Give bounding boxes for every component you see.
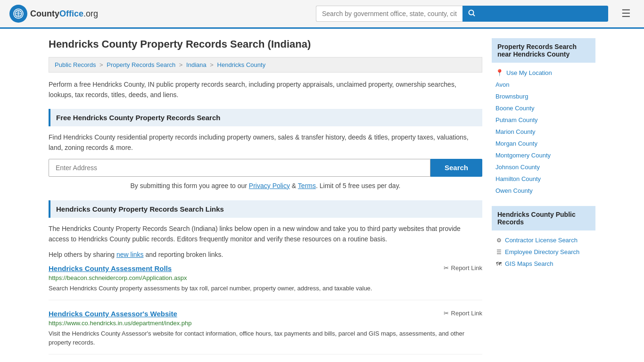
report-link-button-2[interactable]: ✂ Report Link <box>444 310 482 317</box>
sidebar-contractor-license: ⚙ Contractor License Search <box>492 234 595 246</box>
report-link-button-1[interactable]: ✂ Report Link <box>444 264 482 272</box>
link-item-1: Hendricks County Assessment Rolls ✂ Repo… <box>49 264 482 300</box>
sidebar-link-owen-county: Owen County <box>492 185 595 197</box>
site-logo[interactable]: CountyOffice.org <box>9 5 98 23</box>
site-header: CountyOffice.org ☰ <box>0 0 644 29</box>
gis-maps-link[interactable]: GIS Maps Search <box>505 260 553 267</box>
main-container: Hendricks County Property Records Search… <box>39 29 605 362</box>
report-link-label-2: Report Link <box>451 310 482 317</box>
sidebar-public-records-section: Hendricks County Public Records ⚙ Contra… <box>492 206 595 270</box>
report-link-icon-1: ✂ <box>444 264 449 272</box>
breadcrumb-hendricks-county[interactable]: Hendricks County <box>217 61 266 68</box>
privacy-policy-link[interactable]: Privacy Policy <box>249 182 290 189</box>
free-search-header: Free Hendricks County Property Records S… <box>49 109 482 126</box>
breadcrumb-sep-1: > <box>99 61 103 68</box>
link-item-header-1: Hendricks County Assessment Rolls ✂ Repo… <box>49 264 482 272</box>
employee-directory-link[interactable]: Employee Directory Search <box>505 248 579 255</box>
breadcrumb-property-records[interactable]: Property Records Search <box>107 61 175 68</box>
free-search-section: Free Hendricks County Property Records S… <box>49 109 482 191</box>
form-disclaimer: By submitting this form you agree to our… <box>49 181 482 191</box>
header-search-input[interactable] <box>316 6 462 22</box>
links-section-header: Hendricks County Property Records Search… <box>49 200 482 218</box>
sidebar-link-marion-county-anchor[interactable]: Marion County <box>495 128 536 135</box>
sidebar-link-boone-county-anchor[interactable]: Boone County <box>495 105 534 112</box>
sidebar-link-montgomery-county: Montgomery County <box>492 149 595 161</box>
sidebar-link-johnson-county: Johnson County <box>492 161 595 173</box>
sidebar-link-brownsburg: Brownsburg <box>492 90 595 102</box>
sidebar-link-brownsburg-anchor[interactable]: Brownsburg <box>495 93 528 100</box>
sidebar-link-putnam-county-anchor[interactable]: Putnam County <box>495 116 538 123</box>
header-search-button[interactable] <box>462 6 609 22</box>
sidebar-link-avon-anchor[interactable]: Avon <box>495 81 509 88</box>
sidebar-link-morgan-county-anchor[interactable]: Morgan County <box>495 140 537 147</box>
sidebar-link-hamilton-county-anchor[interactable]: Hamilton County <box>495 175 541 182</box>
sidebar: Property Records Search near Hendricks C… <box>492 38 595 362</box>
use-my-location-link[interactable]: Use My Location <box>506 69 552 76</box>
links-section: Hendricks County Property Records Search… <box>49 200 482 354</box>
header-search-wrapper <box>316 6 608 22</box>
breadcrumb: Public Records > Property Records Search… <box>49 57 482 73</box>
links-section-desc: The Hendricks County Property Records Se… <box>49 223 482 245</box>
report-link-label-1: Report Link <box>451 264 482 272</box>
breadcrumb-sep-2: > <box>179 61 183 68</box>
address-input[interactable] <box>49 159 430 177</box>
contractor-license-link[interactable]: Contractor License Search <box>505 237 578 244</box>
sidebar-employee-directory: ☰ Employee Directory Search <box>492 246 595 258</box>
link-item-2: Hendricks County Assessor's Website ✂ Re… <box>49 310 482 354</box>
link-desc-2: Visit the Hendricks County Assessor's we… <box>49 329 482 347</box>
sidebar-link-putnam-county: Putnam County <box>492 114 595 126</box>
link-url-1: https://beacon.schneidercorp.com/Applica… <box>49 274 482 281</box>
sidebar-public-records-header: Hendricks County Public Records <box>492 206 595 230</box>
sidebar-nearby-header: Property Records Search near Hendricks C… <box>492 38 595 63</box>
link-item-title-anchor-1[interactable]: Hendricks County Assessment Rolls <box>49 264 172 272</box>
sidebar-link-owen-county-anchor[interactable]: Owen County <box>495 187 533 194</box>
list-icon: ☰ <box>495 249 502 255</box>
free-search-desc: Find Hendricks County residential proper… <box>49 132 482 153</box>
page-title: Hendricks County Property Records Search… <box>49 38 482 50</box>
sidebar-link-morgan-county: Morgan County <box>492 138 595 149</box>
hamburger-menu-button[interactable]: ☰ <box>618 6 635 22</box>
address-search-row: Search <box>49 159 482 177</box>
link-item-title-anchor-2[interactable]: Hendricks County Assessor's Website <box>49 310 177 318</box>
sharing-line: Help others by sharing new links and rep… <box>49 249 482 260</box>
sidebar-gis-maps: 🗺 GIS Maps Search <box>492 258 595 270</box>
sidebar-link-johnson-county-anchor[interactable]: Johnson County <box>495 164 540 171</box>
sidebar-nearby-section: Property Records Search near Hendricks C… <box>492 38 595 197</box>
new-links-link[interactable]: new links <box>116 251 144 258</box>
logo-icon <box>9 5 27 23</box>
sidebar-use-my-location[interactable]: 📍 Use My Location <box>492 66 595 79</box>
sidebar-link-boone-county: Boone County <box>492 102 595 114</box>
logo-text: CountyOffice.org <box>30 9 98 19</box>
link-item-title-1: Hendricks County Assessment Rolls <box>49 264 172 272</box>
link-item-header-2: Hendricks County Assessor's Website ✂ Re… <box>49 310 482 318</box>
sidebar-link-hamilton-county: Hamilton County <box>492 173 595 185</box>
svg-line-4 <box>473 15 475 16</box>
location-pin-icon: 📍 <box>495 69 504 76</box>
report-link-icon-2: ✂ <box>444 310 449 317</box>
breadcrumb-indiana[interactable]: Indiana <box>186 61 206 68</box>
terms-link[interactable]: Terms <box>298 182 316 189</box>
page-description: Perform a free Hendricks County, IN publ… <box>49 79 482 100</box>
breadcrumb-sep-3: > <box>210 61 214 68</box>
sidebar-link-marion-county: Marion County <box>492 126 595 138</box>
gear-icon: ⚙ <box>495 237 502 244</box>
sidebar-link-montgomery-county-anchor[interactable]: Montgomery County <box>495 152 551 159</box>
link-url-2: https://www.co.hendricks.in.us/departmen… <box>49 320 482 327</box>
address-search-button[interactable]: Search <box>430 159 482 177</box>
link-item-title-2: Hendricks County Assessor's Website <box>49 310 177 318</box>
sidebar-link-avon: Avon <box>492 79 595 90</box>
link-desc-1: Search Hendricks County property assessm… <box>49 284 482 293</box>
map-icon: 🗺 <box>495 261 502 267</box>
content-area: Hendricks County Property Records Search… <box>49 38 482 362</box>
svg-point-3 <box>469 10 473 15</box>
breadcrumb-public-records[interactable]: Public Records <box>55 61 96 68</box>
